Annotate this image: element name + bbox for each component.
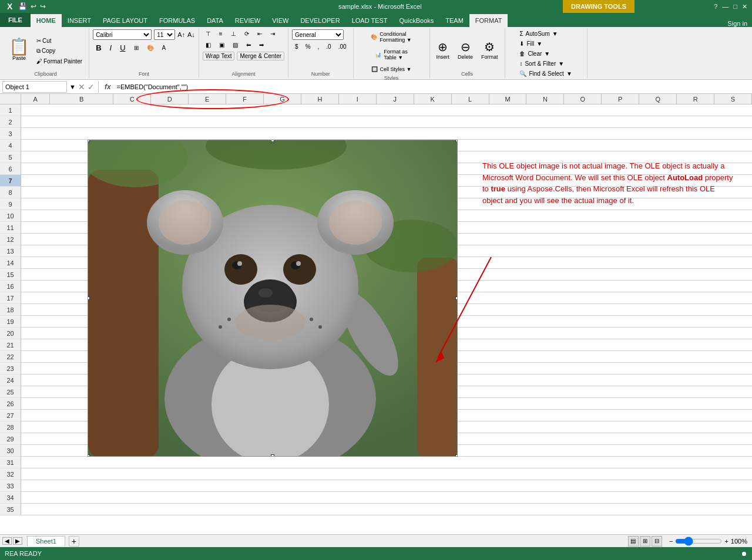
row-num-23[interactable]: 23 [0,363,21,375]
tab-file[interactable]: FILE [0,13,31,27]
col-header-e[interactable]: E [189,94,226,104]
format-as-table-button[interactable]: 📊 Format as Table ▼ [372,47,411,62]
macro-record-btn[interactable]: ⏺ [741,550,747,557]
bold-button[interactable]: B [93,42,104,53]
currency-btn[interactable]: $ [292,42,301,51]
zoom-out-btn[interactable]: − [669,538,673,545]
handle-ml[interactable] [88,296,90,300]
border-button[interactable]: ⊞ [131,43,142,52]
tab-format[interactable]: FORMAT [469,14,508,27]
row-num-26[interactable]: 26 [0,398,21,410]
text-orient-btn[interactable]: ⟳ [241,29,252,38]
tab-view[interactable]: VIEW [266,14,294,27]
number-format-select[interactable]: General [292,29,344,40]
row-num-1[interactable]: 1 [0,104,21,116]
align-left-btn[interactable]: ◧ [203,41,214,49]
decrease-indent-btn2[interactable]: ⬅ [243,41,254,49]
quick-access-redo[interactable]: ↪ [40,2,46,11]
tab-team[interactable]: TEAM [439,14,469,27]
align-top-btn[interactable]: ⊤ [203,29,214,38]
name-box[interactable] [2,81,67,93]
align-right-btn[interactable]: ▨ [230,41,241,49]
col-header-p[interactable]: P [602,94,639,104]
cut-button[interactable]: ✂ Cut [33,36,85,45]
formula-confirm-btn[interactable]: ✓ [88,82,95,92]
scroll-left-btn[interactable]: ◀ [2,537,12,545]
row-num-25[interactable]: 25 [0,386,21,398]
handle-bm[interactable] [271,454,274,457]
align-middle-btn[interactable]: ≡ [216,29,226,38]
name-box-dropdown[interactable]: ▼ [69,83,76,90]
tab-home[interactable]: HOME [31,14,62,27]
formula-input[interactable] [116,82,750,92]
underline-button[interactable]: U [117,42,128,53]
col-header-i[interactable]: I [339,94,377,104]
indent-decrease-btn[interactable]: ⇤ [254,29,265,38]
tab-developer[interactable]: DEVELOPER [294,14,345,27]
row-num-21[interactable]: 21 [0,339,21,351]
row-num-8[interactable]: 8 [0,187,21,198]
zoom-in-btn[interactable]: + [724,538,728,545]
handle-br[interactable] [455,454,458,457]
col-header-n[interactable]: N [526,94,564,104]
col-header-r[interactable]: R [677,94,714,104]
row-num-10[interactable]: 10 [0,210,21,222]
italic-button[interactable]: I [107,42,115,53]
row-num-18[interactable]: 18 [0,304,21,316]
row-num-16[interactable]: 16 [0,281,21,292]
ole-object[interactable] [88,140,458,457]
tab-quickbooks[interactable]: QuickBooks [394,14,440,27]
comma-btn[interactable]: , [315,42,323,51]
col-header-f[interactable]: F [226,94,264,104]
minimize-btn[interactable]: — [722,3,728,10]
col-header-q[interactable]: Q [639,94,677,104]
format-painter-button[interactable]: 🖌 Format Painter [33,57,85,66]
font-name-select[interactable]: Calibri [93,29,152,40]
row-num-7[interactable]: 7 [0,175,21,187]
col-header-s[interactable]: S [714,94,752,104]
font-color-button[interactable]: A [159,43,169,52]
close-btn[interactable]: ✕ [742,3,747,11]
font-size-select[interactable]: 11 [154,29,175,40]
col-header-o[interactable]: O [564,94,602,104]
row-num-24[interactable]: 24 [0,375,21,386]
quick-access-save[interactable]: 💾 [18,2,27,11]
tab-page-layout[interactable]: PAGE LAYOUT [97,14,153,27]
handle-tm[interactable] [271,140,274,142]
quick-access-undo[interactable]: ↩ [31,2,36,11]
col-header-a[interactable]: A [21,94,50,104]
row-num-33[interactable]: 33 [0,480,21,492]
row-num-34[interactable]: 34 [0,492,21,504]
formula-cancel-btn[interactable]: ✕ [78,82,85,92]
zoom-slider[interactable] [675,537,722,546]
scroll-right-btn[interactable]: ▶ [13,537,22,545]
decrease-font-btn[interactable]: A↓ [187,31,195,38]
handle-bl[interactable] [88,454,90,457]
col-header-k[interactable]: K [414,94,452,104]
tab-review[interactable]: REVIEW [229,14,266,27]
tab-formulas[interactable]: FORMULAS [153,14,201,27]
tab-load-test[interactable]: LOAD TEST [346,14,394,27]
normal-view-btn[interactable]: ▤ [628,536,639,546]
col-header-b[interactable]: B [50,94,113,104]
row-num-30[interactable]: 30 [0,445,21,457]
row-num-6[interactable]: 6 [0,163,21,175]
insert-button[interactable]: ⊕ Insert [434,38,453,62]
col-header-l[interactable]: L [452,94,489,104]
maximize-btn[interactable]: □ [733,3,737,10]
row-num-13[interactable]: 13 [0,245,21,257]
handle-mr[interactable] [455,296,458,300]
find-select-button[interactable]: 🔍 Find & Select ▼ [516,69,575,78]
page-break-view-btn[interactable]: ⊟ [652,536,662,546]
increase-decimal-btn[interactable]: .00 [335,42,350,51]
clear-button[interactable]: 🗑 Clear ▼ [516,49,553,58]
row-num-28[interactable]: 28 [0,421,21,433]
col-header-j[interactable]: J [377,94,414,104]
handle-tr[interactable] [455,140,458,142]
increase-indent-btn2[interactable]: ➡ [256,41,267,49]
decrease-decimal-btn[interactable]: .0 [323,42,334,51]
col-header-g[interactable]: G [264,94,301,104]
row-num-9[interactable]: 9 [0,198,21,210]
wrap-text-button[interactable]: Wrap Text [203,52,235,60]
delete-button[interactable]: ⊖ Delete [455,38,476,62]
